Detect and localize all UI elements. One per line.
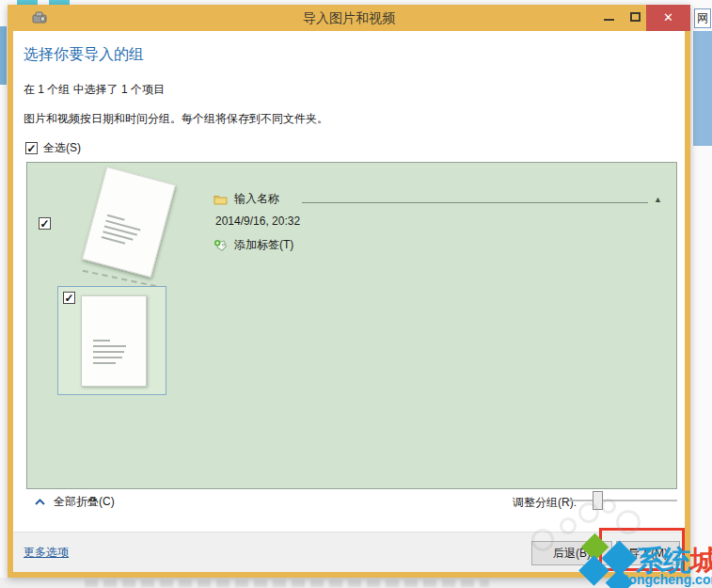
- group-collapse-arrow-icon[interactable]: ▲: [654, 195, 662, 204]
- collapse-all-chevron-icon: [35, 499, 45, 505]
- more-options-link[interactable]: 更多选项: [24, 545, 69, 561]
- thumbnail-content: [93, 340, 134, 368]
- background-window-fragment: [693, 31, 712, 146]
- folder-icon: [214, 194, 228, 205]
- titlebar[interactable]: 导入图片和视频 ✕: [8, 5, 690, 31]
- page-title: 选择你要导入的组: [24, 45, 144, 65]
- selection-summary: 在 1 个组 中选择了 1 个项目: [24, 82, 165, 98]
- select-all-row: ✓ 全选(S): [25, 140, 81, 156]
- dialog-body: 选择你要导入的组 在 1 个组 中选择了 1 个项目 图片和视频按日期和时间分组…: [13, 31, 685, 572]
- select-all-label[interactable]: 全选(S): [43, 140, 81, 156]
- item-checkbox[interactable]: ✓: [63, 292, 75, 304]
- screen: 网 导入图片和视频 ✕ 选择你要导入的组 在 1 个组 中选择了 1 个项目 图…: [0, 0, 712, 588]
- minimize-button[interactable]: [597, 5, 622, 31]
- grouping-note: 图片和视频按日期和时间分组。每个组将保存到不同文件夹。: [24, 111, 328, 127]
- collapse-all-control[interactable]: 全部折叠(C): [35, 494, 115, 510]
- maximize-icon: [630, 12, 641, 22]
- background-blurred-text: [85, 580, 489, 587]
- groups-panel: ✓ 输入名称: [26, 162, 677, 489]
- background-window-fragment: [0, 26, 7, 85]
- background-window-text: 网: [694, 8, 711, 28]
- select-all-checkbox[interactable]: ✓: [25, 142, 38, 154]
- group-header-rule: [302, 202, 648, 203]
- adjust-groups-label: 调整分组(R):: [513, 495, 577, 511]
- add-tag-label[interactable]: 添加标签(T): [234, 237, 293, 253]
- import-pictures-dialog: 导入图片和视频 ✕ 选择你要导入的组 在 1 个组 中选择了 1 个项目 图片和…: [8, 5, 690, 578]
- selected-item-tile[interactable]: ✓: [57, 286, 166, 395]
- window-title: 导入图片和视频: [8, 10, 690, 27]
- slider-thumb[interactable]: [593, 491, 603, 510]
- add-tag-row[interactable]: 添加标签(T): [214, 237, 293, 253]
- close-icon: ✕: [663, 10, 673, 24]
- maximize-button[interactable]: [624, 5, 648, 31]
- group-checkbox[interactable]: ✓: [39, 217, 51, 230]
- adjust-groups-slider[interactable]: [569, 490, 677, 511]
- group-datetime: 2014/9/16, 20:32: [215, 215, 300, 228]
- slider-track[interactable]: [569, 500, 677, 501]
- site-name-part2: 城: [690, 545, 712, 576]
- thumbnail-content: [101, 215, 151, 253]
- close-button[interactable]: ✕: [646, 5, 690, 31]
- group-name-row: 输入名称: [214, 191, 279, 207]
- highlight-annotation-box: [599, 528, 685, 571]
- add-tag-icon: [214, 239, 228, 252]
- group-name-field[interactable]: 输入名称: [234, 191, 279, 207]
- group-cover-thumbnail[interactable]: [82, 167, 176, 278]
- footer-bar: 更多选项 后退(B) 导入(M): [13, 532, 685, 572]
- minimize-icon: [604, 19, 614, 21]
- collapse-all-label[interactable]: 全部折叠(C): [54, 494, 115, 510]
- item-thumbnail: [81, 295, 147, 387]
